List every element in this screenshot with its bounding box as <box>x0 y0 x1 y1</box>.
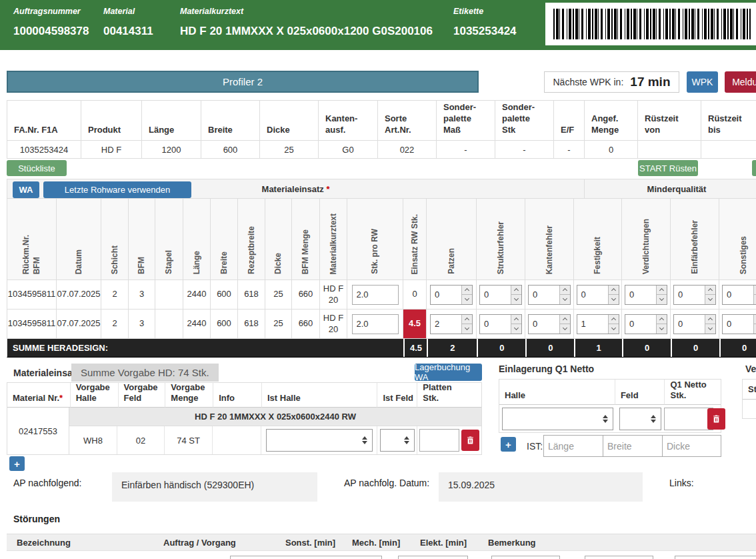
col-mech-min: Mech. [min] <box>352 538 400 548</box>
cell-stapel <box>155 280 183 310</box>
cell-fa-nr: 1035253424 <box>7 141 81 159</box>
ist-laenge-input[interactable] <box>543 435 603 457</box>
cell-laenge: 1200 <box>142 141 201 159</box>
kantenfehler-spinner[interactable] <box>528 314 571 334</box>
rohware-row: 1034595811 07.07.2025 2 3 2440 600 618 2… <box>7 310 756 339</box>
ist-feld-select[interactable] <box>380 429 415 452</box>
spin-down-icon[interactable] <box>511 295 521 304</box>
spin-down-icon[interactable] <box>657 295 667 304</box>
materialeinsatz-group-band: Materialeinsatz * Minderqualität WA Letz… <box>7 179 756 199</box>
col-bfm: BFM <box>136 257 147 274</box>
strukturfehler-spinner[interactable] <box>479 285 522 305</box>
strukturfehler-spinner[interactable] <box>479 314 522 334</box>
spin-down-icon[interactable] <box>462 295 472 304</box>
spin-up-icon[interactable] <box>511 315 521 325</box>
sonstiges-input[interactable] <box>723 315 753 334</box>
ist-dicke-input[interactable] <box>662 435 721 457</box>
spin-up-icon[interactable] <box>560 286 570 296</box>
elekt-min-input[interactable] <box>585 556 653 559</box>
stk-pro-rw-input[interactable] <box>352 285 399 305</box>
sonstiges-spinner[interactable] <box>722 285 756 305</box>
col-bfm-menge: BFM Menge <box>300 229 311 274</box>
spin-down-icon[interactable] <box>560 295 570 304</box>
einfaerbefehler-input[interactable] <box>674 315 705 334</box>
wa-button[interactable]: WA <box>13 181 39 198</box>
patzen-spinner[interactable] <box>430 314 473 334</box>
mech-min-input[interactable] <box>491 556 560 559</box>
meldung-button[interactable]: Meldung <box>725 71 756 93</box>
spin-up-icon[interactable] <box>609 286 619 296</box>
festigkeit-spinner[interactable] <box>577 314 619 334</box>
next-wpk-value: 17 min <box>630 75 670 89</box>
col-verschnitt-stk: St <box>743 380 756 400</box>
spin-up-icon[interactable] <box>657 315 667 325</box>
verdichtungen-spinner[interactable] <box>625 314 667 334</box>
feld-select[interactable] <box>619 408 661 430</box>
col-schicht: Schicht <box>109 245 120 274</box>
barcode <box>545 3 756 45</box>
spin-up-icon[interactable] <box>560 315 570 325</box>
add-einlagerung-row-button[interactable]: + <box>501 437 516 452</box>
col-sorte-artnr: Sorte Art.Nr. <box>378 101 437 141</box>
q1-netto-stk-input[interactable] <box>664 408 713 430</box>
kantenfehler-spinner[interactable] <box>528 285 571 305</box>
sonst-min-input[interactable] <box>398 556 468 559</box>
stueckliste-button[interactable]: Stückliste <box>7 160 67 176</box>
halle-select[interactable] <box>502 408 613 430</box>
sonstiges-input[interactable] <box>723 286 753 304</box>
spin-down-icon[interactable] <box>705 295 715 304</box>
spin-up-icon[interactable] <box>511 286 521 296</box>
einsatz-platten-input[interactable] <box>419 429 459 452</box>
add-material-row-button[interactable]: + <box>9 456 25 471</box>
kantenfehler-input[interactable] <box>529 286 559 304</box>
spin-down-icon[interactable] <box>657 324 667 334</box>
festigkeit-input[interactable] <box>577 315 608 334</box>
verdichtungen-spinner[interactable] <box>625 285 667 305</box>
stk-pro-rw-input[interactable] <box>352 314 399 334</box>
wpk-button[interactable]: WPK <box>687 71 718 93</box>
delete-row-button[interactable] <box>461 430 479 451</box>
summe-sonstiges: 0 <box>719 339 756 357</box>
sonstiges-spinner[interactable] <box>722 314 756 334</box>
spin-up-icon[interactable] <box>705 315 715 325</box>
delete-row-button[interactable] <box>707 408 725 430</box>
cell-laenge: 2440 <box>183 280 211 310</box>
festigkeit-input[interactable] <box>577 286 608 304</box>
spin-up-icon[interactable] <box>462 286 472 296</box>
verdichtungen-input[interactable] <box>625 286 656 304</box>
ist-breite-input[interactable] <box>603 435 663 457</box>
patzen-input[interactable] <box>431 286 461 304</box>
letzte-rohware-button[interactable]: Letzte Rohware verwenden <box>43 181 191 198</box>
spin-down-icon[interactable] <box>560 324 570 334</box>
kantenfehler-input[interactable] <box>529 315 559 334</box>
start-ruesten-button[interactable]: START Rüsten <box>638 160 698 176</box>
auftrag-vorgang-input[interactable] <box>230 556 382 559</box>
spin-up-icon[interactable] <box>705 286 715 296</box>
spin-up-icon[interactable] <box>462 315 472 325</box>
spin-down-icon[interactable] <box>511 324 521 334</box>
spin-down-icon[interactable] <box>462 324 472 334</box>
select-arrows-icon <box>603 415 608 423</box>
strukturfehler-input[interactable] <box>480 286 511 304</box>
lagerbuchung-wa-button[interactable]: Lagerbuchung WA <box>415 364 482 381</box>
spin-up-icon[interactable] <box>609 315 619 325</box>
einfaerbefehler-input[interactable] <box>674 286 705 304</box>
einfaerbefehler-spinner[interactable] <box>673 285 716 305</box>
strukturfehler-input[interactable] <box>480 315 511 334</box>
verdichtungen-input[interactable] <box>625 315 656 334</box>
patzen-input[interactable] <box>431 315 461 334</box>
cell-bfm: 3 <box>129 280 155 310</box>
spin-down-icon[interactable] <box>609 324 619 334</box>
bemerkung-input[interactable] <box>675 556 756 559</box>
spin-down-icon[interactable] <box>609 295 619 304</box>
spin-down-icon[interactable] <box>705 324 715 334</box>
einfaerbefehler-spinner[interactable] <box>673 314 716 334</box>
col-me-dicke: Dicke <box>273 253 283 274</box>
spin-up-icon[interactable] <box>657 286 667 296</box>
truncated-edge-button[interactable] <box>752 160 756 176</box>
ist-halle-select[interactable] <box>266 429 373 452</box>
patzen-spinner[interactable] <box>430 285 473 305</box>
cell-rueckm: 1034595811 <box>7 280 57 310</box>
cell-laenge: 2440 <box>183 310 211 339</box>
festigkeit-spinner[interactable] <box>577 285 619 305</box>
